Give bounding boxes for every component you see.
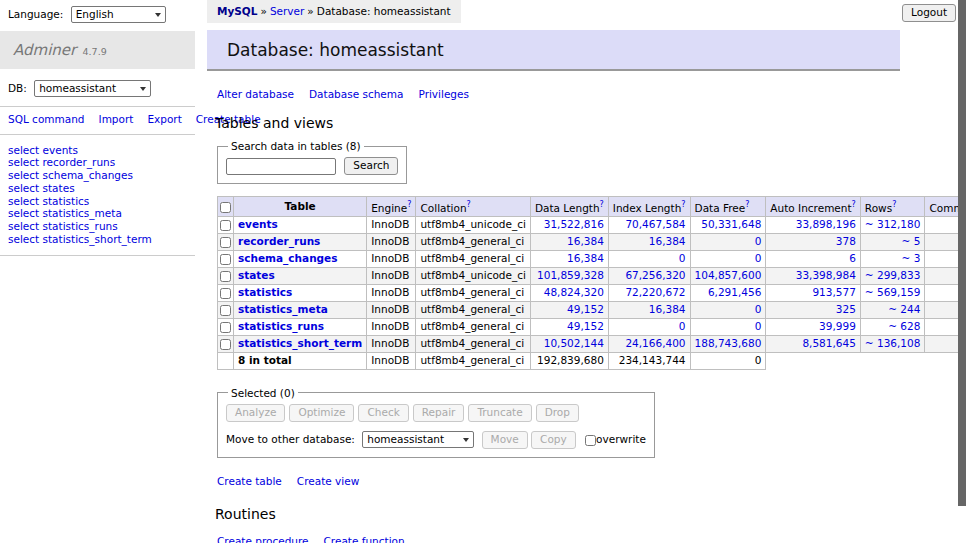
data-length-cell-link[interactable]: 49,152: [567, 303, 604, 315]
index-length-cell-link[interactable]: 72,220,672: [625, 286, 685, 298]
sidebar-actions: SQL commandImportExportCreate table: [0, 106, 195, 135]
sidebar-item-select-statistics-meta[interactable]: select statistics_meta: [8, 207, 187, 220]
rows-cell-link[interactable]: ~ 569,159: [865, 286, 921, 298]
table-name-link[interactable]: recorder_runs: [238, 235, 320, 247]
auto-increment-cell-link[interactable]: 6: [849, 252, 856, 264]
index-length-cell-link[interactable]: 0: [679, 320, 686, 332]
data-free-cell-link[interactable]: 0: [755, 320, 762, 332]
index-length-cell-link[interactable]: 0: [679, 252, 686, 264]
rows-cell-link[interactable]: ~ 136,108: [865, 337, 921, 349]
data-length-cell-link[interactable]: 49,152: [567, 320, 604, 332]
index-length-cell-link[interactable]: 67,256,320: [625, 269, 685, 281]
search-button[interactable]: Search: [344, 157, 398, 175]
data-length-cell-link[interactable]: 31,522,816: [544, 218, 604, 230]
sidebar-item-select-schema-changes[interactable]: select schema_changes: [8, 169, 187, 182]
sidebar-action-sql-command[interactable]: SQL command: [8, 113, 85, 125]
rows-cell-link[interactable]: ~ 3: [902, 252, 921, 264]
sidebar-action-export[interactable]: Export: [147, 113, 181, 125]
sidebar-item-select-events[interactable]: select events: [8, 144, 187, 157]
data-length-cell-link[interactable]: 48,824,320: [544, 286, 604, 298]
scrollbar-thumb[interactable]: [958, 0, 966, 506]
table-name-cell: recorder_runs: [234, 233, 367, 250]
sidebar-item-select-recorder-runs[interactable]: select recorder_runs: [8, 156, 187, 169]
row-checkbox-cell: [218, 335, 234, 352]
sidebar-item-select-statistics-short-term[interactable]: select statistics_short_term: [8, 233, 187, 246]
table-name-link[interactable]: events: [238, 218, 278, 230]
table-name-link[interactable]: statistics_runs: [238, 320, 324, 332]
logout-button[interactable]: Logout: [902, 4, 956, 22]
help-icon[interactable]: ?: [681, 200, 685, 209]
bottom-link-create-view[interactable]: Create view: [297, 475, 359, 487]
auto-increment-cell-link[interactable]: 33,898,196: [796, 218, 856, 230]
db-link-alter-database[interactable]: Alter database: [217, 88, 294, 100]
row-checkbox[interactable]: [220, 322, 231, 333]
db-link-database-schema[interactable]: Database schema: [309, 88, 403, 100]
data-length-cell-link[interactable]: 10,502,144: [544, 337, 604, 349]
help-icon[interactable]: ?: [467, 200, 471, 209]
table-name-link[interactable]: schema_changes: [238, 252, 338, 264]
routine-link-create-procedure[interactable]: Create procedure: [217, 535, 309, 543]
row-checkbox[interactable]: [220, 305, 231, 316]
rows-cell-link[interactable]: ~ 312,180: [865, 218, 921, 230]
data-length-cell: 49,152: [530, 318, 608, 335]
overwrite-checkbox[interactable]: [585, 435, 596, 446]
auto-increment-cell-link[interactable]: 325: [836, 303, 856, 315]
language-select[interactable]: English: [71, 6, 166, 23]
routine-link-create-function[interactable]: Create function: [324, 535, 405, 543]
db-link-privileges[interactable]: Privileges: [418, 88, 469, 100]
row-checkbox[interactable]: [220, 271, 231, 282]
rows-cell-link[interactable]: ~ 5: [902, 235, 921, 247]
rows-cell-link[interactable]: ~ 299,833: [865, 269, 921, 281]
sidebar-item-select-statistics[interactable]: select statistics: [8, 195, 187, 208]
sidebar-item-select-statistics-runs[interactable]: select statistics_runs: [8, 220, 187, 233]
rows-cell-link[interactable]: ~ 244: [888, 303, 920, 315]
move-database-select[interactable]: homeassistant: [362, 431, 474, 448]
data-free-cell-link[interactable]: 6,291,456: [708, 286, 761, 298]
help-icon[interactable]: ?: [852, 200, 856, 209]
table-name-link[interactable]: statistics_meta: [238, 303, 328, 315]
auto-increment-cell: 33,398,984: [766, 267, 861, 284]
help-icon[interactable]: ?: [745, 200, 749, 209]
data-length-cell-link[interactable]: 16,384: [567, 235, 604, 247]
table-name-link[interactable]: statistics_short_term: [238, 337, 362, 349]
data-length-cell-link[interactable]: 16,384: [567, 252, 604, 264]
sidebar-action-import[interactable]: Import: [99, 113, 134, 125]
index-length-cell-link[interactable]: 16,384: [649, 235, 686, 247]
rows-cell-link[interactable]: ~ 628: [888, 320, 920, 332]
auto-increment-cell-link[interactable]: 33,398,984: [796, 269, 856, 281]
help-icon[interactable]: ?: [892, 200, 896, 209]
data-free-cell-link[interactable]: 0: [755, 235, 762, 247]
index-length-cell-link[interactable]: 70,467,584: [625, 218, 685, 230]
row-checkbox[interactable]: [220, 339, 231, 350]
data-free-cell-link[interactable]: 104,857,600: [695, 269, 762, 281]
row-checkbox[interactable]: [220, 237, 231, 248]
auto-increment-cell-link[interactable]: 39,999: [819, 320, 856, 332]
collation-cell: utf8mb4_general_ci: [416, 335, 530, 352]
breadcrumb-mysql-link[interactable]: MySQL: [217, 5, 257, 17]
index-length-cell-link[interactable]: 24,166,400: [625, 337, 685, 349]
data-free-cell-link[interactable]: 0: [755, 303, 762, 315]
bottom-link-create-table[interactable]: Create table: [217, 475, 282, 487]
table-name-cell: states: [234, 267, 367, 284]
sidebar-item-select-states[interactable]: select states: [8, 182, 187, 195]
search-input[interactable]: [226, 158, 336, 175]
row-checkbox[interactable]: [220, 288, 231, 299]
db-select[interactable]: homeassistant: [34, 80, 151, 97]
help-icon[interactable]: ?: [600, 200, 604, 209]
select-all-checkbox[interactable]: [220, 202, 231, 213]
auto-increment-cell-link[interactable]: 913,577: [812, 286, 855, 298]
data-free-cell-link[interactable]: 50,331,648: [701, 218, 761, 230]
row-checkbox[interactable]: [220, 254, 231, 265]
auto-increment-cell-link[interactable]: 8,581,645: [802, 337, 855, 349]
table-name-link[interactable]: statistics: [238, 286, 292, 298]
data-free-cell-link[interactable]: 188,743,680: [695, 337, 762, 349]
breadcrumb-server-link[interactable]: Server: [270, 5, 304, 17]
table-name-link[interactable]: states: [238, 269, 275, 281]
help-icon[interactable]: ?: [407, 200, 411, 209]
auto-increment-cell-link[interactable]: 378: [836, 235, 856, 247]
data-free-cell-link[interactable]: 0: [755, 252, 762, 264]
row-checkbox-cell: [218, 233, 234, 250]
row-checkbox[interactable]: [220, 220, 231, 231]
index-length-cell-link[interactable]: 16,384: [649, 303, 686, 315]
data-length-cell-link[interactable]: 101,859,328: [537, 269, 604, 281]
